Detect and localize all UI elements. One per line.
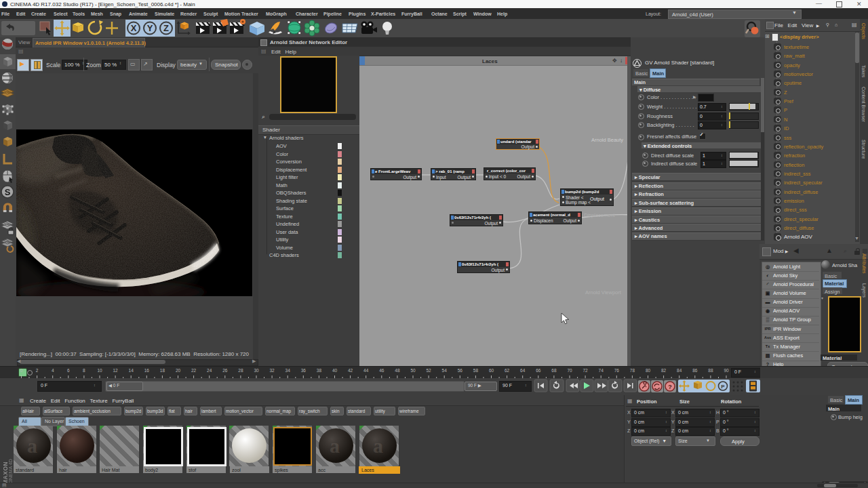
svg-text:P: P: [721, 384, 725, 390]
svg-text:Y: Y: [147, 23, 153, 33]
svg-text:Z: Z: [163, 23, 169, 33]
svg-text:?: ?: [668, 384, 672, 390]
svg-text:S: S: [5, 187, 11, 197]
svg-text:X: X: [131, 23, 137, 33]
